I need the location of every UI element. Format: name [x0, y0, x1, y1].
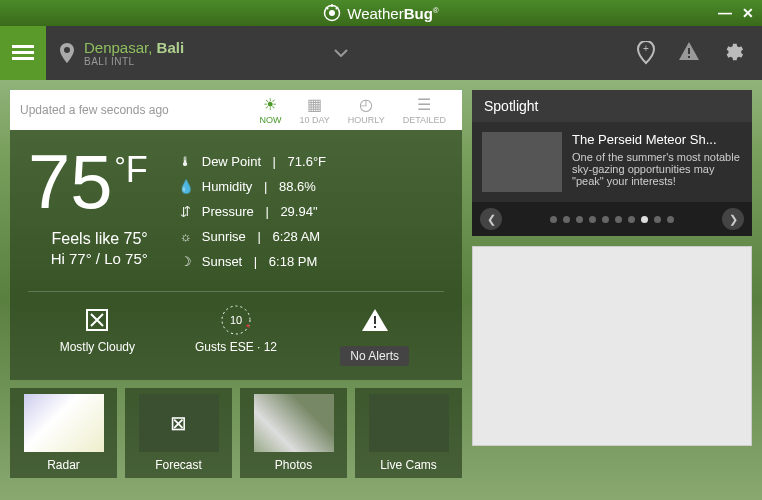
condition-text: Mostly Cloudy [60, 340, 135, 354]
spotlight-dot[interactable] [550, 216, 557, 223]
close-button[interactable]: ✕ [742, 5, 754, 21]
add-location-icon[interactable]: + [636, 41, 656, 65]
tab-detailed-label: DETAILED [403, 115, 446, 125]
window-controls: — ✕ [718, 5, 754, 21]
calendar-icon: ▦ [307, 96, 322, 114]
pressure-value: 29.94" [280, 204, 317, 219]
sun-icon: ☀ [263, 96, 277, 114]
nav-icons: + [636, 41, 762, 65]
svg-rect-14 [374, 316, 376, 324]
svg-rect-9 [688, 48, 690, 54]
radar-thumbnail [24, 394, 104, 452]
spotlight-title: The Perseid Meteor Sh... [572, 132, 742, 147]
tab-hourly[interactable]: ◴ HOURLY [342, 96, 391, 125]
spotlight-nav: ❮ ❯ [472, 202, 752, 236]
clock-icon: ◴ [359, 96, 373, 114]
photos-card[interactable]: Photos [240, 388, 347, 478]
temperature-block: 75 ° F Feels like 75° Hi 77° / Lo 75° [28, 148, 148, 279]
wind-cell: 10 Gusts ESE · 12 [167, 300, 306, 370]
alerts-icon[interactable] [678, 41, 700, 65]
spotlight-dot[interactable] [589, 216, 596, 223]
svg-text:+: + [643, 43, 649, 54]
view-tabs: Updated a few seconds ago ☀ NOW ▦ 10 DAY… [10, 90, 462, 130]
alerts-cell[interactable]: No Alerts [305, 300, 444, 370]
svg-point-1 [329, 10, 335, 16]
spotlight-dot[interactable] [667, 216, 674, 223]
brand-reg: ® [433, 6, 439, 15]
tab-10day[interactable]: ▦ 10 DAY [293, 96, 335, 125]
no-alerts-button[interactable]: No Alerts [340, 346, 409, 366]
spotlight-dot[interactable] [654, 216, 661, 223]
forecast-card[interactable]: ⊠ Forecast [125, 388, 232, 478]
wind-compass-icon: 10 [218, 304, 254, 336]
forecast-label: Forecast [155, 458, 202, 472]
dew-value: 71.6°F [288, 154, 326, 169]
location-region: Bali [157, 39, 185, 56]
spotlight-description: One of the summer's most notable sky-gaz… [572, 151, 742, 187]
sunset-value: 6:18 PM [269, 254, 317, 269]
humidity-label: Humidity [202, 179, 253, 194]
ad-placeholder [472, 246, 752, 446]
spotlight-dots[interactable] [550, 216, 674, 223]
condition-cell: Mostly Cloudy [28, 300, 167, 370]
spotlight-dot[interactable] [602, 216, 609, 223]
spotlight-heading: Spotlight [472, 90, 752, 122]
pressure-label: Pressure [202, 204, 254, 219]
warning-icon [361, 304, 389, 336]
tab-hourly-label: HOURLY [348, 115, 385, 125]
hi-lo: Hi 77° / Lo 75° [28, 250, 148, 267]
livecams-thumbnail [369, 394, 449, 452]
settings-icon[interactable] [722, 41, 744, 65]
droplet-icon: 💧 [178, 179, 194, 194]
title-bar: WeatherBug® — ✕ [0, 0, 762, 26]
sunrise-value: 6:28 AM [272, 229, 320, 244]
location-pin-icon [60, 43, 74, 63]
spotlight-dot[interactable] [615, 216, 622, 223]
logo-icon [323, 4, 341, 22]
sunrise-label: Sunrise [202, 229, 246, 244]
pressure-icon: ⇵ [178, 204, 194, 219]
brand-text-b: Bug [404, 5, 433, 22]
hamburger-icon [12, 45, 34, 61]
spotlight-dot[interactable] [641, 216, 648, 223]
minimize-button[interactable]: — [718, 5, 732, 21]
radar-label: Radar [47, 458, 80, 472]
dew-label: Dew Point [202, 154, 261, 169]
app-brand: WeatherBug® [323, 4, 439, 22]
spotlight-prev-button[interactable]: ❮ [480, 208, 502, 230]
location-station: BALI INTL [84, 56, 184, 67]
photos-label: Photos [275, 458, 312, 472]
spotlight-body[interactable]: The Perseid Meteor Sh... One of the summ… [472, 122, 752, 202]
humidity-value: 88.6% [279, 179, 316, 194]
brand-text-a: Weather [347, 5, 403, 22]
tab-10day-label: 10 DAY [299, 115, 329, 125]
feels-like: Feels like 75° [28, 230, 148, 248]
svg-rect-6 [12, 51, 34, 54]
tab-now[interactable]: ☀ NOW [253, 96, 287, 125]
tab-detailed[interactable]: ☰ DETAILED [397, 96, 452, 125]
spotlight-next-button[interactable]: ❯ [722, 208, 744, 230]
current-conditions-panel: 75 ° F Feels like 75° Hi 77° / Lo 75° 🌡D… [10, 130, 462, 380]
temperature-unit: F [126, 154, 148, 186]
spotlight-dot[interactable] [628, 216, 635, 223]
sunset-label: Sunset [202, 254, 242, 269]
photos-thumbnail [254, 394, 334, 452]
sunrise-icon: ☼ [178, 229, 194, 244]
spotlight-dot[interactable] [576, 216, 583, 223]
sunset-icon: ☽ [178, 254, 194, 269]
thumbnail-row: Radar ⊠ Forecast Photos Live Cams [10, 388, 462, 478]
svg-rect-7 [12, 57, 34, 60]
livecams-label: Live Cams [380, 458, 437, 472]
details-list: 🌡Dew Point | 71.6°F 💧Humidity | 88.6% ⇵P… [178, 148, 444, 279]
radar-card[interactable]: Radar [10, 388, 117, 478]
menu-button[interactable] [0, 26, 46, 80]
spotlight-dot[interactable] [563, 216, 570, 223]
livecams-card[interactable]: Live Cams [355, 388, 462, 478]
degree-symbol: ° [115, 154, 126, 179]
svg-rect-5 [12, 45, 34, 48]
spotlight-image [482, 132, 562, 192]
thermometer-icon: 🌡 [178, 154, 194, 169]
location-caret-icon[interactable] [334, 49, 348, 57]
location-selector[interactable]: Denpasar, Bali BALI INTL [46, 39, 362, 67]
forecast-thumbnail: ⊠ [139, 394, 219, 452]
